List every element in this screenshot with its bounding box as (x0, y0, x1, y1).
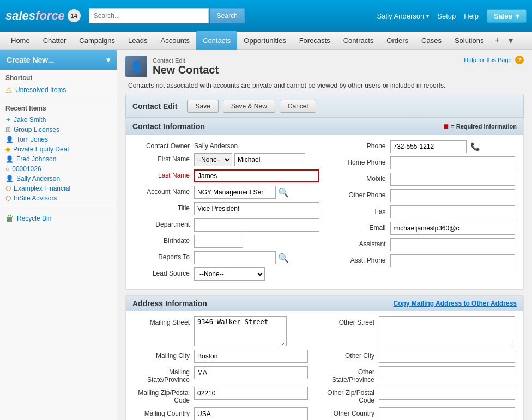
recent-item-jake-smith[interactable]: ✦ Jake Smith (5, 115, 111, 125)
page-title: New Contact (153, 64, 219, 76)
phone-label: Phone (330, 140, 390, 150)
help-link[interactable]: Help (464, 12, 479, 20)
advisors-icon: ⬡ (5, 194, 11, 202)
mailing-city-input[interactable] (194, 350, 308, 363)
phone-icon[interactable]: 📞 (470, 142, 480, 151)
home-phone-input[interactable] (390, 156, 516, 169)
search-input[interactable] (89, 8, 209, 23)
search-button[interactable]: Search (210, 8, 245, 23)
assistant-value (390, 238, 516, 251)
first-name-input[interactable] (234, 153, 305, 166)
fax-input[interactable] (390, 205, 516, 218)
birthdate-input[interactable] (194, 235, 243, 248)
mailing-street-input[interactable]: 9346 Walker Street (194, 316, 287, 346)
nav-solutions[interactable]: Solutions (448, 31, 490, 50)
help-for-page-link[interactable]: Help for this Page (464, 57, 511, 63)
nav-leads[interactable]: Leads (122, 31, 154, 50)
asst-phone-input[interactable] (390, 254, 516, 267)
info-message: Contacts not associated with accounts ar… (125, 82, 524, 89)
group-icon: ⊞ (5, 126, 11, 133)
create-new-button[interactable]: Create New... ▾ (0, 50, 117, 70)
reports-to-input[interactable] (194, 251, 276, 264)
contact-info-section: Contact Information ■ = Required Informa… (125, 118, 524, 290)
other-zip-input[interactable] (379, 387, 515, 400)
contact-right-col: Phone 📞 Home Phone (325, 140, 521, 284)
other-street-row: Other Street (319, 316, 515, 346)
recent-item-sally-anderson[interactable]: 👤 Sally Anderson (5, 174, 111, 184)
recent-item-examplex[interactable]: ⬡ Examplex Financial (5, 184, 111, 193)
nav-orders[interactable]: Orders (380, 31, 415, 50)
financial-icon: ⬡ (5, 185, 11, 192)
department-input[interactable] (194, 218, 319, 232)
nav-contacts[interactable]: Contacts (196, 31, 237, 50)
reports-to-label: Reports To (134, 251, 194, 261)
email-row: Email (330, 222, 516, 235)
copy-mailing-link[interactable]: Copy Mailing Address to Other Address (394, 300, 517, 307)
other-city-input[interactable] (379, 350, 515, 363)
mailing-city-row: Mailing City (134, 350, 308, 363)
user-menu[interactable]: Sally Anderson ▾ (377, 12, 430, 20)
recent-item-group-licenses[interactable]: ⊞ Group Licenses (5, 125, 111, 135)
nav-chatter[interactable]: Chatter (37, 31, 73, 50)
user-menu-chevron: ▾ (426, 13, 429, 19)
account-name-input[interactable] (194, 186, 276, 199)
last-name-input[interactable] (194, 169, 319, 182)
lead-source-select[interactable]: --None-- Web Phone Inquiry Partner Refer… (194, 267, 265, 281)
other-state-input[interactable] (379, 366, 515, 379)
nav-campaigns[interactable]: Campaigns (72, 31, 122, 50)
other-phone-input[interactable] (390, 189, 516, 202)
reports-to-lookup-icon[interactable]: 🔍 (278, 253, 289, 263)
nav-opportunities[interactable]: Opportunities (237, 31, 292, 50)
home-phone-value (390, 156, 516, 169)
birthdate-label: Birthdate (134, 235, 194, 245)
email-input[interactable] (390, 222, 516, 235)
search-area: Search (89, 8, 263, 23)
title-input[interactable] (194, 202, 319, 215)
mailing-state-input[interactable] (194, 366, 308, 379)
phone-input[interactable] (390, 140, 467, 153)
unresolved-items-link[interactable]: ⚠ Unresolved Items (5, 84, 111, 95)
app-switcher-chevron: ▾ (516, 12, 519, 20)
save-button[interactable]: Save (187, 100, 218, 113)
form-actions-bar: Contact Edit Save Save & New Cancel (125, 95, 524, 118)
other-phone-label: Other Phone (330, 189, 390, 199)
contact-owner-label: Contact Owner (134, 140, 194, 150)
first-name-prefix[interactable]: --None-- Mr. Ms. Mrs. Dr. (194, 153, 232, 166)
mailing-zip-input[interactable] (194, 387, 308, 400)
nav-home[interactable]: Home (4, 31, 37, 50)
nav-accounts[interactable]: Accounts (154, 31, 196, 50)
save-new-button[interactable]: Save & New (223, 100, 275, 113)
recent-item-private-equity[interactable]: ◆ Private Equity Deal (5, 144, 111, 154)
mobile-input[interactable] (390, 173, 516, 186)
assistant-input[interactable] (390, 238, 516, 251)
setup-link[interactable]: Setup (437, 12, 456, 20)
address-right-col: Other Street Other City Othe (313, 316, 521, 420)
page-title-area: 👤 Contact Edit New Contact (125, 56, 219, 77)
mailing-city-value (194, 350, 308, 363)
other-street-input[interactable] (379, 316, 515, 346)
mailing-country-input[interactable] (194, 407, 308, 420)
nav-cases[interactable]: Cases (415, 31, 448, 50)
department-value (194, 218, 319, 232)
recycle-bin-label: Recycle Bin (17, 215, 51, 222)
contact-info-header: Contact Information ■ = Required Informa… (126, 118, 523, 135)
recent-item-insite[interactable]: ⬡ InSite Advisors (5, 193, 111, 203)
nav-forecasts[interactable]: Forecasts (293, 31, 337, 50)
cancel-button[interactable]: Cancel (280, 100, 316, 113)
star-icon: ✦ (5, 116, 11, 124)
account-lookup-icon[interactable]: 🔍 (278, 187, 289, 198)
asst-phone-label: Asst. Phone (330, 254, 390, 264)
nav-contracts[interactable]: Contracts (337, 31, 380, 50)
recycle-bin-section: 🗑 Recycle Bin (0, 208, 117, 229)
nav-more[interactable]: ▾ (504, 35, 517, 46)
mailing-state-label: Mailing State/Province (134, 366, 194, 384)
other-country-input[interactable] (379, 407, 515, 420)
app-switcher[interactable]: Sales ▾ (487, 9, 527, 23)
account-icon: ○ (5, 165, 9, 173)
nav-add[interactable]: + (490, 35, 504, 45)
recycle-bin-link[interactable]: 🗑 Recycle Bin (5, 212, 111, 224)
contact-left-col: Contact Owner Sally Anderson First Name … (129, 140, 325, 284)
recent-item-tom-jones[interactable]: 👤 Tom Jones (5, 135, 111, 144)
recent-item-00001026[interactable]: ○ 00001026 (5, 164, 111, 174)
recent-item-fred-johnson[interactable]: 👤 Fred Johnson (5, 154, 111, 164)
